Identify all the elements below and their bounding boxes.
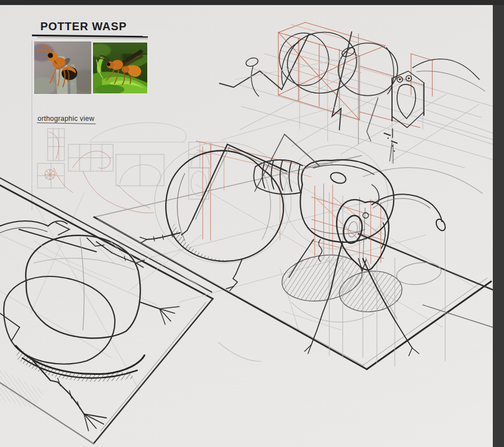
beetle-ground-plane: [0, 178, 213, 444]
main-wasp-sketch: [140, 134, 447, 356]
canvas-right-edge: [493, 0, 504, 447]
orthographic-thumbnails: [38, 123, 211, 213]
construction-red-cage: [278, 22, 432, 128]
reference-photo-wasp-on-green-fern: [93, 43, 147, 93]
wasp-ground-plane: [94, 156, 493, 369]
reference-photo-wasp-on-grey-plant: [34, 41, 91, 94]
wasp-on-grey-plant-illustration: [34, 41, 91, 94]
main-wasp-light-guides: [155, 142, 483, 366]
main-wasp-red-construction: [196, 141, 385, 264]
construction-wireframe-wasp: [220, 26, 485, 163]
page-title: POTTER WASP: [40, 20, 127, 33]
canvas-stage: POTTER WASP orthographic view: [0, 0, 504, 447]
section-label: orthographic view: [38, 115, 94, 123]
canvas-top-edge: [0, 0, 504, 5]
wasp-on-green-fern-illustration: [93, 43, 147, 93]
